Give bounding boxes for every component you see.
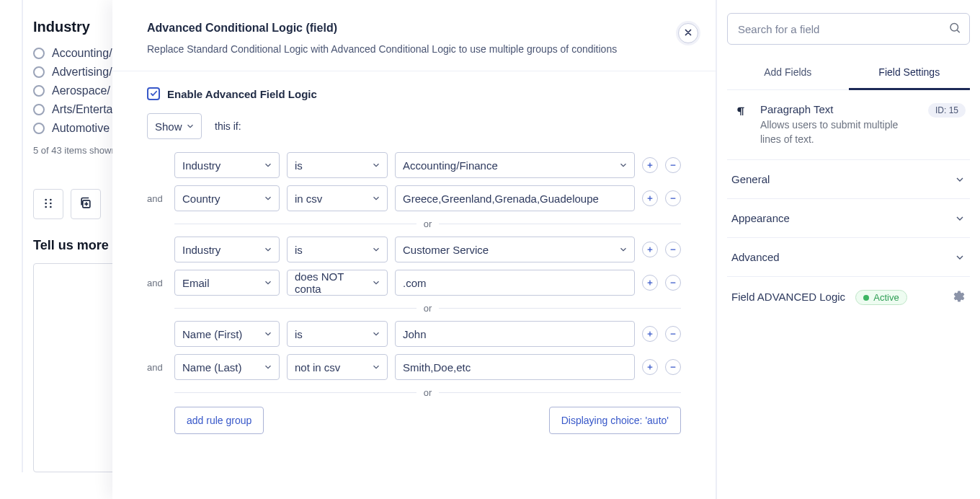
rule-value-text: Customer Service: [403, 244, 489, 256]
tab-add-fields[interactable]: Add Fields: [727, 59, 849, 89]
chevron-down-icon: [263, 193, 273, 203]
chevron-down-icon: [263, 329, 273, 339]
tab-field-settings[interactable]: Field Settings: [849, 59, 971, 90]
minus-icon: [669, 244, 677, 255]
close-button[interactable]: [678, 23, 698, 43]
duplicate-field-button[interactable]: [71, 189, 101, 219]
remove-condition-button[interactable]: [665, 275, 681, 291]
chevron-down-icon: [371, 278, 381, 288]
rule-value-select[interactable]: Customer Service: [395, 237, 635, 262]
rule-value-input[interactable]: John: [395, 321, 635, 347]
rule-operator-select[interactable]: is: [287, 152, 388, 178]
radio-circle-icon: [33, 123, 45, 134]
remove-condition-button[interactable]: [665, 359, 681, 375]
rule-row: and Email does NOT conta .com: [147, 270, 681, 296]
rule-field-value: Industry: [182, 159, 220, 172]
search-input[interactable]: [727, 13, 970, 45]
rule-field-select[interactable]: Email: [174, 270, 280, 296]
rule-operator-select[interactable]: not in csv: [287, 354, 388, 380]
field-info-block: Paragraph Text Allows users to submit mu…: [727, 90, 970, 160]
rule-field-select[interactable]: Country: [174, 185, 280, 211]
add-condition-button[interactable]: [642, 275, 658, 291]
close-icon: [683, 27, 693, 40]
rule-row: Industry is Accounting/Finance: [147, 152, 681, 178]
active-label: Active: [873, 292, 899, 303]
remove-condition-button[interactable]: [665, 326, 681, 342]
svg-line-8: [957, 30, 959, 32]
chevron-down-icon: [371, 362, 381, 372]
show-hide-row: Show this if:: [147, 113, 681, 139]
section-general[interactable]: General: [727, 160, 970, 199]
chevron-down-icon: [954, 252, 966, 263]
rule-operator-value: is: [295, 159, 303, 172]
chevron-down-icon: [263, 160, 273, 170]
display-choice-button[interactable]: Displaying choice: 'auto': [549, 407, 681, 434]
drag-handle-button[interactable]: [33, 189, 63, 219]
rule-operator-value: is: [295, 328, 303, 340]
rule-row: and Name (Last) not in csv Smith,Doe,etc: [147, 354, 681, 380]
radio-circle-icon: [33, 48, 45, 59]
rule-operator-select[interactable]: is: [287, 237, 388, 262]
field-id-badge: ID: 15: [928, 103, 966, 118]
minus-icon: [669, 328, 677, 340]
rule-operator-select[interactable]: is: [287, 321, 388, 347]
rule-field-select[interactable]: Name (Last): [174, 354, 280, 380]
and-label: and: [147, 193, 167, 204]
modal-bottom-row: add rule group Displaying choice: 'auto': [174, 407, 681, 434]
or-label: or: [416, 303, 440, 314]
show-hide-select[interactable]: Show: [147, 113, 202, 139]
svg-point-2: [45, 202, 47, 204]
modal-subtitle: Replace Standard Conditional Logic with …: [147, 43, 681, 55]
add-condition-button[interactable]: [642, 157, 658, 173]
section-advanced[interactable]: Advanced: [727, 238, 970, 277]
rule-value-text: Greece,Greenland,Grenada,Guadeloupe: [403, 193, 599, 205]
add-condition-button[interactable]: [642, 190, 658, 206]
remove-condition-button[interactable]: [665, 242, 681, 257]
section-label: Advanced: [731, 251, 780, 263]
radio-circle-icon: [33, 104, 45, 115]
rule-value-text: John: [403, 328, 427, 340]
enable-advanced-logic-checkbox[interactable]: [147, 87, 160, 100]
chevron-down-icon: [618, 244, 628, 255]
rule-field-select[interactable]: Industry: [174, 152, 280, 178]
minus-icon: [669, 361, 677, 373]
radio-circle-icon: [33, 66, 45, 78]
rule-operator-select[interactable]: does NOT conta: [287, 270, 388, 296]
paragraph-text-field[interactable]: [33, 263, 116, 472]
svg-point-7: [950, 24, 958, 32]
remove-condition-button[interactable]: [665, 190, 681, 206]
add-condition-button[interactable]: [642, 359, 658, 375]
section-appearance[interactable]: Appearance: [727, 199, 970, 238]
add-rule-group-button[interactable]: add rule group: [174, 407, 264, 434]
rule-row: Name (First) is John: [147, 321, 681, 347]
paragraph-icon: [731, 103, 750, 146]
plus-icon: [646, 361, 654, 373]
and-label: and: [147, 278, 167, 288]
chevron-down-icon: [185, 121, 195, 131]
rule-value-select[interactable]: Accounting/Finance: [395, 152, 635, 178]
remove-condition-button[interactable]: [665, 157, 681, 173]
chevron-down-icon: [954, 174, 966, 185]
check-icon: [150, 88, 158, 100]
rule-field-select[interactable]: Name (First): [174, 321, 280, 347]
search-icon: [948, 22, 961, 37]
rule-field-value: Email: [182, 277, 210, 289]
add-condition-button[interactable]: [642, 242, 658, 257]
modal-title: Advanced Conditional Logic (field): [147, 22, 681, 35]
sep-line: [174, 392, 416, 393]
gear-icon[interactable]: [953, 290, 966, 305]
rule-field-value: Name (Last): [182, 361, 242, 374]
rule-field-select[interactable]: Industry: [174, 237, 280, 262]
sep-line: [174, 308, 416, 309]
add-condition-button[interactable]: [642, 326, 658, 342]
rule-value-input[interactable]: Smith,Doe,etc: [395, 354, 635, 380]
chevron-down-icon: [371, 244, 381, 255]
rule-operator-select[interactable]: in csv: [287, 185, 388, 211]
duplicate-icon: [79, 196, 93, 213]
radio-label: Aerospace/: [52, 84, 110, 97]
chevron-down-icon: [371, 160, 381, 170]
rule-row: and Country in csv Greece,Greenland,Gren…: [147, 185, 681, 211]
rule-value-input[interactable]: .com: [395, 270, 635, 296]
rule-value-input[interactable]: Greece,Greenland,Grenada,Guadeloupe: [395, 185, 635, 211]
status-dot-icon: [863, 295, 869, 301]
